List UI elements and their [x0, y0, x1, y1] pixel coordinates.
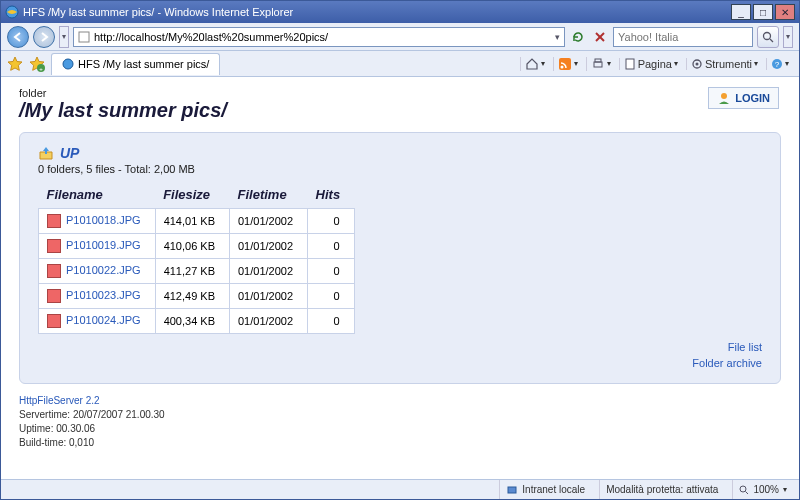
file-size: 412,49 KB	[155, 284, 229, 309]
svg-point-4	[764, 32, 771, 39]
file-hits: 0	[308, 309, 355, 334]
page-content: folder /My last summer pics/ LOGIN UP 0 …	[1, 77, 799, 479]
file-time: 01/01/2002	[230, 259, 308, 284]
col-filesize[interactable]: Filesize	[155, 183, 229, 209]
col-hits[interactable]: Hits	[308, 183, 355, 209]
svg-line-5	[770, 39, 773, 42]
svg-point-20	[740, 486, 746, 492]
svg-rect-1	[79, 32, 89, 42]
window-title: HFS /My last summer pics/ - Windows Inte…	[23, 6, 727, 18]
svg-point-18	[721, 93, 727, 99]
folder-stats: 0 folders, 5 files - Total: 2,00 MB	[38, 163, 762, 175]
file-hits: 0	[308, 209, 355, 234]
add-favorite-icon[interactable]: +	[29, 56, 45, 72]
up-link[interactable]: UP	[60, 145, 79, 161]
file-hits: 0	[308, 234, 355, 259]
search-input[interactable]	[618, 31, 748, 43]
ie-icon	[5, 5, 19, 19]
stop-button[interactable]	[591, 28, 609, 46]
browser-window: HFS /My last summer pics/ - Windows Inte…	[0, 0, 800, 500]
file-size: 411,27 KB	[155, 259, 229, 284]
home-button[interactable]: ▾	[520, 57, 549, 71]
nav-toolbar: ▾ ▾ ▾	[1, 23, 799, 51]
favorites-star-icon[interactable]	[7, 56, 23, 72]
search-box[interactable]	[613, 27, 753, 47]
svg-line-21	[746, 491, 749, 494]
col-filetime[interactable]: Filetime	[230, 183, 308, 209]
help-button[interactable]: ?▾	[766, 58, 793, 70]
file-link[interactable]: P1010019.JPG	[39, 234, 156, 259]
file-time: 01/01/2002	[230, 284, 308, 309]
search-button[interactable]	[757, 26, 779, 48]
file-size: 414,01 KB	[155, 209, 229, 234]
url-input[interactable]	[94, 31, 551, 43]
buildtime: Build-time: 0,010	[19, 436, 781, 450]
titlebar[interactable]: HFS /My last summer pics/ - Windows Inte…	[1, 1, 799, 23]
file-panel: UP 0 folders, 5 files - Total: 2,00 MB F…	[19, 132, 781, 384]
file-link[interactable]: P1010018.JPG	[39, 209, 156, 234]
minimize-button[interactable]: _	[731, 4, 751, 20]
table-row: P1010019.JPG410,06 KB01/01/20020	[39, 234, 355, 259]
folder-title: /My last summer pics/	[19, 99, 781, 122]
folder-label: folder	[19, 87, 781, 99]
servertime: Servertime: 20/07/2007 21.00.30	[19, 408, 781, 422]
file-list-link[interactable]: File list	[38, 340, 762, 355]
search-provider-dropdown[interactable]: ▾	[783, 26, 793, 48]
table-row: P1010024.JPG400,34 KB01/01/20020	[39, 309, 355, 334]
file-size: 400,34 KB	[155, 309, 229, 334]
file-hits: 0	[308, 284, 355, 309]
nav-history-dropdown[interactable]: ▾	[59, 26, 69, 48]
file-link[interactable]: P1010023.JPG	[39, 284, 156, 309]
file-link[interactable]: P1010022.JPG	[39, 259, 156, 284]
refresh-button[interactable]	[569, 28, 587, 46]
login-button[interactable]: LOGIN	[708, 87, 779, 109]
svg-point-8	[63, 59, 73, 69]
svg-text:?: ?	[775, 60, 780, 69]
url-dropdown-icon[interactable]: ▾	[555, 32, 560, 42]
print-button[interactable]: ▾	[586, 57, 615, 71]
zoom-icon	[739, 485, 749, 495]
zone-indicator[interactable]: Intranet locale	[499, 480, 591, 499]
col-filename[interactable]: Filename	[39, 183, 156, 209]
address-bar[interactable]: ▾	[73, 27, 565, 47]
intranet-icon	[506, 484, 518, 496]
file-size: 410,06 KB	[155, 234, 229, 259]
uptime: Uptime: 00.30.06	[19, 422, 781, 436]
table-row: P1010022.JPG411,27 KB01/01/20020	[39, 259, 355, 284]
page-menu[interactable]: Pagina▾	[619, 58, 682, 70]
protected-mode: Modalità protetta: attivata	[599, 480, 724, 499]
svg-text:+: +	[39, 66, 43, 72]
user-icon	[717, 91, 731, 105]
maximize-button[interactable]: □	[753, 4, 773, 20]
page-icon	[78, 31, 90, 43]
zoom-control[interactable]: 100% ▾	[732, 480, 793, 499]
file-hits: 0	[308, 259, 355, 284]
browser-tab[interactable]: HFS /My last summer pics/	[51, 53, 220, 75]
forward-button[interactable]	[33, 26, 55, 48]
tools-menu[interactable]: Strumenti▾	[686, 58, 762, 70]
table-row: P1010018.JPG414,01 KB01/01/20020	[39, 209, 355, 234]
svg-rect-13	[626, 59, 634, 69]
server-footer: HttpFileServer 2.2 Servertime: 20/07/200…	[19, 394, 781, 450]
tab-label: HFS /My last summer pics/	[78, 58, 209, 70]
close-button[interactable]: ✕	[775, 4, 795, 20]
file-time: 01/01/2002	[230, 234, 308, 259]
status-bar: Intranet locale Modalità protetta: attiv…	[1, 479, 799, 499]
app-version-link[interactable]: HttpFileServer 2.2	[19, 394, 781, 408]
file-time: 01/01/2002	[230, 309, 308, 334]
svg-rect-12	[595, 59, 601, 62]
file-table: Filename Filesize Filetime Hits P1010018…	[38, 183, 355, 334]
svg-point-10	[560, 65, 563, 68]
table-row: P1010023.JPG412,49 KB01/01/20020	[39, 284, 355, 309]
svg-rect-11	[594, 62, 602, 67]
folder-archive-link[interactable]: Folder archive	[38, 356, 762, 371]
file-link[interactable]: P1010024.JPG	[39, 309, 156, 334]
file-time: 01/01/2002	[230, 209, 308, 234]
feeds-button[interactable]: ▾	[553, 57, 582, 71]
favorites-toolbar: + HFS /My last summer pics/ ▾ ▾ ▾ Pagina…	[1, 51, 799, 77]
ie-icon	[62, 58, 74, 70]
svg-rect-19	[508, 487, 516, 493]
up-icon	[38, 145, 54, 161]
back-button[interactable]	[7, 26, 29, 48]
svg-point-15	[695, 62, 698, 65]
